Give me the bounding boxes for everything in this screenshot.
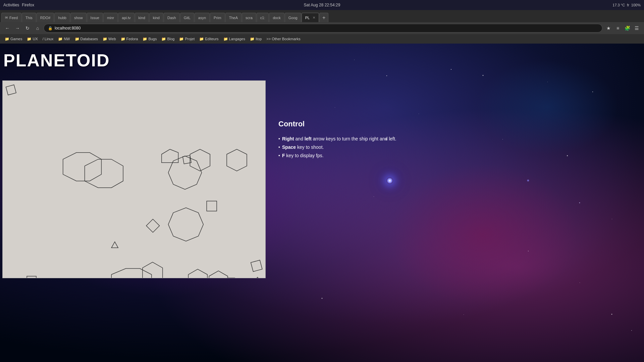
asteroid-small-3 [207,201,217,211]
bookmark-other[interactable]: >> Other Bookmarks [264,36,303,42]
bookmark-langages[interactable]: 📁 Langages [221,36,247,42]
tab-issues[interactable]: Issue [87,13,103,22]
folder-icon: 📁 [75,37,79,41]
temperature: 17.3 °C [612,3,625,7]
bookmark-web[interactable]: 📁 Web [101,36,118,42]
control-item-fps: • F key to display fps. [278,152,396,160]
reader-view-button[interactable]: ≡ [614,24,622,32]
bookmark-linux[interactable]: / Linux [41,36,55,42]
home-button[interactable]: ⌂ [34,24,42,32]
bullet: • [278,152,280,160]
key-right: Right [282,136,294,141]
reload-button[interactable]: ↻ [23,24,32,32]
extensions-button[interactable]: 🧩 [623,24,631,32]
nav-bar: ← → ↻ ⌂ 🔒 localhost:8080 ★ ≡ 🧩 ☰ [0,22,644,34]
control-item-turn: • Right and left arrow keys to turn the … [278,135,396,143]
bookmark-games[interactable]: 📁 Games [3,36,24,42]
bright-star [386,177,393,184]
tab-prim[interactable]: Prim [210,13,225,22]
tab-thea[interactable]: TheA [225,13,241,22]
key-f: F [282,153,285,158]
bookmark-star-button[interactable]: ★ [604,24,612,32]
bookmark-editeurs[interactable]: 📁 Editeurs [197,36,220,42]
tab-kind1[interactable]: kind [135,13,149,22]
zoom-level: 100% [631,3,641,7]
tab-hub[interactable]: hubb [54,13,70,22]
control-text-4: key to display fps. [286,153,323,158]
folder-icon: 📁 [161,37,166,41]
game-svg [3,81,265,278]
control-text-2: arrow keys to turn the ship right and le… [313,136,396,141]
folder-icon: 📁 [121,37,125,41]
asteroid-oct-2 [168,208,204,241]
folder-icon: 📁 [58,37,63,41]
tab-this[interactable]: This [22,13,36,22]
nav-icons: ★ ≡ 🧩 ☰ [604,24,641,32]
bookmark-itop[interactable]: 📁 Itop [248,36,264,42]
asteroid-small-4 [27,276,36,278]
asteroid-diamond-1 [146,219,159,232]
asteroid-pent-1 [162,149,178,163]
asteroid-oct-3 [111,268,152,278]
back-button[interactable]: ← [3,24,11,32]
activities-label[interactable]: Activities [3,3,19,7]
tab-scra[interactable]: scra [242,13,256,22]
tab-async[interactable]: asyn [195,13,210,22]
tab-goog[interactable]: Goog [285,13,301,22]
address-bar[interactable]: 🔒 localhost:8080 [44,24,602,33]
bookmark-bugs[interactable]: 📁 Bugs [141,36,159,42]
game-title: PLANETOID [3,50,110,70]
bookmark-nw[interactable]: 📁 NW [56,36,72,42]
tab-git[interactable]: GitL [180,13,194,22]
key-space: Space [282,144,296,150]
os-bar: Activities Firefox Sat Aug 28 22:54:29 1… [0,0,644,10]
close-icon[interactable]: ✕ [313,16,315,19]
asteroid-small-1 [6,85,16,95]
menu-button[interactable]: ☰ [633,24,641,32]
folder-icon: 📁 [27,37,32,41]
folder-icon: 📁 [199,37,204,41]
bookmarks-bar: 📁 Games 📁 UX / Linux 📁 NW 📁 Databases 📁 … [0,34,644,44]
language: fr [627,3,629,7]
game-canvas[interactable] [2,80,266,278]
bookmark-databases[interactable]: 📁 Databases [73,36,100,42]
tab-rdo[interactable]: RDO# [37,13,54,22]
folder-icon: 📁 [223,37,228,41]
folder-icon: 📁 [5,37,9,41]
forward-button[interactable]: → [13,24,21,32]
bullet: • [278,143,280,152]
bookmark-ux[interactable]: 📁 UX [25,36,40,42]
tab-api[interactable]: api.tv [118,13,134,22]
asteroid-hex-5 [209,271,228,278]
bookmark-fedora[interactable]: 📁 Fedora [119,36,140,42]
ship [111,242,118,248]
asteroid-hex-3 [143,262,163,278]
asteroid-hex-2 [227,149,247,171]
asteroid-small-5 [251,260,262,272]
tab-minr[interactable]: minr [103,13,118,22]
page-content: PLANETOID [0,44,644,362]
url-text: localhost:8080 [55,26,80,31]
tab-show[interactable]: show [70,13,87,22]
control-text-3: key to shoot. [297,144,324,150]
tab-dock[interactable]: dock [269,13,284,22]
asteroid-hex-4 [188,269,207,278]
control-items: • Right and left arrow keys to turn the … [278,135,396,160]
control-text-1: and [296,136,305,141]
os-bar-left: Activities Firefox [3,3,34,7]
tab-mail[interactable]: ✉Feed [1,13,21,22]
firefox-label[interactable]: Firefox [22,3,34,7]
tab-play[interactable]: PL✕ [302,13,319,22]
bookmark-blog[interactable]: 📁 Blog [159,36,176,42]
folder-icon: 📁 [179,37,184,41]
folder-icon: 📁 [143,37,147,41]
tab-kind2[interactable]: kind [149,13,163,22]
bookmark-projet[interactable]: 📁 Projet [177,36,197,42]
tab-c1[interactable]: c1: [257,13,269,22]
os-bar-right: 17.3 °C fr 100% [612,3,641,7]
control-heading: Control [278,117,396,131]
new-tab-button[interactable]: + [319,13,328,22]
tab-dash[interactable]: Dash [164,13,180,22]
os-bar-datetime: Sat Aug 28 22:54:29 [304,3,340,7]
folder-icon: 📁 [103,37,107,41]
